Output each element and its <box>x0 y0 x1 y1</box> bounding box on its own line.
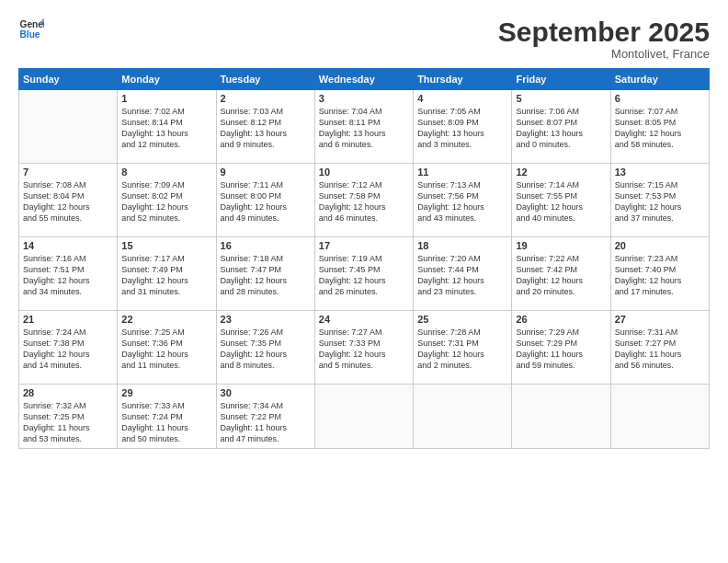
day-number: 27 <box>615 314 705 325</box>
logo: General Blue <box>18 17 44 42</box>
day-number: 15 <box>121 240 211 251</box>
day-info: Sunrise: 7:22 AMSunset: 7:42 PMDaylight:… <box>516 253 606 298</box>
table-row: 22Sunrise: 7:25 AMSunset: 7:36 PMDayligh… <box>118 311 216 385</box>
day-number: 28 <box>23 387 113 398</box>
day-info: Sunrise: 7:02 AMSunset: 8:14 PMDaylight:… <box>121 106 211 151</box>
col-sunday: Sunday <box>19 69 118 90</box>
day-info: Sunrise: 7:34 AMSunset: 7:22 PMDaylight:… <box>221 400 311 445</box>
table-row: 5Sunrise: 7:06 AMSunset: 8:07 PMDaylight… <box>512 90 610 164</box>
day-info: Sunrise: 7:24 AMSunset: 7:38 PMDaylight:… <box>23 327 113 372</box>
table-row: 29Sunrise: 7:33 AMSunset: 7:24 PMDayligh… <box>118 385 216 449</box>
table-row: 20Sunrise: 7:23 AMSunset: 7:40 PMDayligh… <box>610 237 709 311</box>
table-row: 3Sunrise: 7:04 AMSunset: 8:11 PMDaylight… <box>314 90 413 164</box>
day-number: 2 <box>221 93 311 104</box>
svg-text:Blue: Blue <box>20 29 40 40</box>
day-number: 8 <box>121 167 211 178</box>
day-info: Sunrise: 7:27 AMSunset: 7:33 PMDaylight:… <box>319 327 409 372</box>
day-info: Sunrise: 7:25 AMSunset: 7:36 PMDaylight:… <box>121 327 211 372</box>
table-row: 13Sunrise: 7:15 AMSunset: 7:53 PMDayligh… <box>610 164 709 237</box>
calendar-page: General Blue September 2025 Montolivet, … <box>0 0 728 563</box>
day-info: Sunrise: 7:29 AMSunset: 7:29 PMDaylight:… <box>516 327 606 372</box>
day-info: Sunrise: 7:28 AMSunset: 7:31 PMDaylight:… <box>417 327 507 372</box>
day-number: 20 <box>615 240 705 251</box>
day-info: Sunrise: 7:26 AMSunset: 7:35 PMDaylight:… <box>221 327 311 372</box>
table-row: 30Sunrise: 7:34 AMSunset: 7:22 PMDayligh… <box>216 385 314 449</box>
day-number: 29 <box>121 387 211 398</box>
table-row: 21Sunrise: 7:24 AMSunset: 7:38 PMDayligh… <box>19 311 118 385</box>
day-number: 7 <box>23 167 113 178</box>
table-row: 15Sunrise: 7:17 AMSunset: 7:49 PMDayligh… <box>118 237 216 311</box>
day-number: 23 <box>221 314 311 325</box>
header: General Blue September 2025 Montolivet, … <box>18 17 710 61</box>
day-info: Sunrise: 7:05 AMSunset: 8:09 PMDaylight:… <box>417 106 507 151</box>
table-row: 8Sunrise: 7:09 AMSunset: 8:02 PMDaylight… <box>118 164 216 237</box>
logo-icon: General Blue <box>18 17 44 42</box>
col-saturday: Saturday <box>610 69 709 90</box>
day-number: 16 <box>221 240 311 251</box>
day-number: 4 <box>417 93 507 104</box>
table-row <box>414 385 512 449</box>
table-row: 10Sunrise: 7:12 AMSunset: 7:58 PMDayligh… <box>314 164 413 237</box>
day-number: 1 <box>121 93 211 104</box>
table-row: 6Sunrise: 7:07 AMSunset: 8:05 PMDaylight… <box>610 90 709 164</box>
day-number: 6 <box>615 93 705 104</box>
table-row <box>19 90 118 164</box>
day-number: 12 <box>516 167 606 178</box>
col-monday: Monday <box>118 69 216 90</box>
day-number: 30 <box>221 387 311 398</box>
day-number: 26 <box>516 314 606 325</box>
day-number: 24 <box>319 314 409 325</box>
table-row: 23Sunrise: 7:26 AMSunset: 7:35 PMDayligh… <box>216 311 314 385</box>
day-info: Sunrise: 7:16 AMSunset: 7:51 PMDaylight:… <box>23 253 113 298</box>
day-info: Sunrise: 7:15 AMSunset: 7:53 PMDaylight:… <box>615 179 705 224</box>
table-row: 14Sunrise: 7:16 AMSunset: 7:51 PMDayligh… <box>19 237 118 311</box>
day-number: 21 <box>23 314 113 325</box>
day-info: Sunrise: 7:09 AMSunset: 8:02 PMDaylight:… <box>121 179 211 224</box>
calendar-table: Sunday Monday Tuesday Wednesday Thursday… <box>18 68 710 449</box>
table-row: 9Sunrise: 7:11 AMSunset: 8:00 PMDaylight… <box>216 164 314 237</box>
day-info: Sunrise: 7:08 AMSunset: 8:04 PMDaylight:… <box>23 179 113 224</box>
day-info: Sunrise: 7:13 AMSunset: 7:56 PMDaylight:… <box>417 179 507 224</box>
day-info: Sunrise: 7:31 AMSunset: 7:27 PMDaylight:… <box>615 327 705 372</box>
calendar-header-row: Sunday Monday Tuesday Wednesday Thursday… <box>19 69 710 90</box>
day-number: 9 <box>221 167 311 178</box>
title-block: September 2025 Montolivet, France <box>498 17 710 61</box>
table-row: 24Sunrise: 7:27 AMSunset: 7:33 PMDayligh… <box>314 311 413 385</box>
table-row: 26Sunrise: 7:29 AMSunset: 7:29 PMDayligh… <box>512 311 610 385</box>
day-info: Sunrise: 7:03 AMSunset: 8:12 PMDaylight:… <box>221 106 311 151</box>
day-number: 14 <box>23 240 113 251</box>
day-number: 5 <box>516 93 606 104</box>
day-number: 11 <box>417 167 507 178</box>
day-number: 25 <box>417 314 507 325</box>
day-info: Sunrise: 7:18 AMSunset: 7:47 PMDaylight:… <box>221 253 311 298</box>
day-info: Sunrise: 7:12 AMSunset: 7:58 PMDaylight:… <box>319 179 409 224</box>
table-row: 2Sunrise: 7:03 AMSunset: 8:12 PMDaylight… <box>216 90 314 164</box>
day-number: 19 <box>516 240 606 251</box>
day-info: Sunrise: 7:23 AMSunset: 7:40 PMDaylight:… <box>615 253 705 298</box>
day-info: Sunrise: 7:14 AMSunset: 7:55 PMDaylight:… <box>516 179 606 224</box>
day-info: Sunrise: 7:07 AMSunset: 8:05 PMDaylight:… <box>615 106 705 151</box>
table-row: 12Sunrise: 7:14 AMSunset: 7:55 PMDayligh… <box>512 164 610 237</box>
col-thursday: Thursday <box>414 69 512 90</box>
table-row: 28Sunrise: 7:32 AMSunset: 7:25 PMDayligh… <box>19 385 118 449</box>
table-row: 25Sunrise: 7:28 AMSunset: 7:31 PMDayligh… <box>414 311 512 385</box>
table-row <box>512 385 610 449</box>
table-row: 16Sunrise: 7:18 AMSunset: 7:47 PMDayligh… <box>216 237 314 311</box>
table-row: 11Sunrise: 7:13 AMSunset: 7:56 PMDayligh… <box>414 164 512 237</box>
day-number: 3 <box>319 93 409 104</box>
day-info: Sunrise: 7:06 AMSunset: 8:07 PMDaylight:… <box>516 106 606 151</box>
day-info: Sunrise: 7:20 AMSunset: 7:44 PMDaylight:… <box>417 253 507 298</box>
month-title: September 2025 <box>498 17 710 47</box>
table-row: 1Sunrise: 7:02 AMSunset: 8:14 PMDaylight… <box>118 90 216 164</box>
table-row: 17Sunrise: 7:19 AMSunset: 7:45 PMDayligh… <box>314 237 413 311</box>
location: Montolivet, France <box>498 47 710 61</box>
table-row: 27Sunrise: 7:31 AMSunset: 7:27 PMDayligh… <box>610 311 709 385</box>
day-info: Sunrise: 7:11 AMSunset: 8:00 PMDaylight:… <box>221 179 311 224</box>
day-number: 22 <box>121 314 211 325</box>
table-row <box>314 385 413 449</box>
table-row: 19Sunrise: 7:22 AMSunset: 7:42 PMDayligh… <box>512 237 610 311</box>
day-number: 10 <box>319 167 409 178</box>
day-number: 13 <box>615 167 705 178</box>
day-info: Sunrise: 7:19 AMSunset: 7:45 PMDaylight:… <box>319 253 409 298</box>
table-row: 4Sunrise: 7:05 AMSunset: 8:09 PMDaylight… <box>414 90 512 164</box>
